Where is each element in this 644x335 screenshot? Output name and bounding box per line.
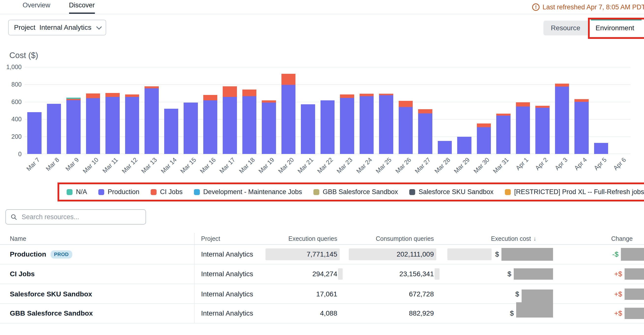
bar-segment-production[interactable]	[457, 137, 472, 154]
bar-segment-ci-jobs[interactable]	[144, 86, 159, 88]
chart-legend: N/AProductionCI JobsDevelopment - Mainte…	[59, 184, 644, 200]
bar-segment-ci-jobs[interactable]	[282, 74, 296, 85]
bar-segment-ci-jobs[interactable]	[223, 86, 237, 97]
bar-segment-production[interactable]	[144, 88, 159, 154]
table-row-salesforce-sku-sandbox[interactable]: Salesforce SKU SandboxInternal Analytics…	[0, 284, 644, 304]
legend-item-development-maintenance-jobs[interactable]: Development - Maintenance Jobs	[194, 188, 302, 196]
legend-item-production[interactable]: Production	[98, 188, 139, 196]
value-bar	[338, 268, 343, 280]
bar-slot-mar-23	[337, 67, 357, 154]
bar-segment-production[interactable]	[301, 104, 315, 154]
table-row-ci-jobs[interactable]: CI JobsInternal Analytics294,27423,156,3…	[0, 264, 644, 284]
legend-label: CI Jobs	[160, 188, 183, 196]
bar-segment-production[interactable]	[477, 127, 491, 154]
bar-segment-production[interactable]	[594, 143, 608, 154]
bar-segment-production[interactable]	[282, 85, 296, 154]
tab-discover[interactable]: Discover	[69, 2, 95, 14]
bar-segment-production[interactable]	[242, 96, 256, 154]
column-header-name[interactable]: Name	[0, 235, 194, 242]
bar-segment-production[interactable]	[86, 98, 100, 154]
bar-segment-production[interactable]	[27, 112, 42, 154]
bar-segment-production[interactable]	[340, 98, 354, 154]
bar-segment-ci-jobs[interactable]	[360, 94, 374, 96]
bar-segment-production[interactable]	[223, 97, 237, 154]
bar-segment-production[interactable]	[262, 103, 276, 154]
prod-badge: PROD	[51, 250, 72, 258]
bar-segment-ci-jobs[interactable]	[106, 93, 120, 97]
redacted-value	[514, 268, 553, 280]
execution-queries-value: 17,061	[316, 290, 337, 298]
legend-item-salesforce-sku-sandbox[interactable]: Salesforce SKU Sandbox	[409, 188, 494, 196]
search-box[interactable]	[6, 209, 146, 225]
bar-segment-production[interactable]	[164, 109, 178, 154]
bar-segment-ci-jobs[interactable]	[496, 114, 510, 116]
bar-segment-ci-jobs[interactable]	[399, 101, 413, 107]
bar-segment-production[interactable]	[360, 96, 374, 154]
bar-segment-ci-jobs[interactable]	[340, 95, 354, 98]
bar-segment-production[interactable]	[106, 97, 120, 154]
bar-segment-production[interactable]	[574, 102, 589, 154]
bar-segment-ci-jobs[interactable]	[555, 84, 569, 86]
bar-segment-ci-jobs[interactable]	[477, 124, 491, 127]
legend-item-gbb-salesforce-sandbox[interactable]: GBB Salesforce Sandbox	[314, 188, 398, 196]
bar-segment-production[interactable]	[184, 103, 198, 154]
environment-button[interactable]: Environment	[588, 21, 642, 36]
annotation-box-legend: N/AProductionCI JobsDevelopment - Mainte…	[58, 182, 644, 201]
bar-segment-production[interactable]	[203, 100, 218, 154]
bar-segment-ci-jobs[interactable]	[574, 99, 589, 102]
x-axis-label: Mar 20	[277, 156, 296, 175]
x-label-slot: Mar 21	[298, 154, 318, 179]
bar-segment-production[interactable]	[320, 100, 335, 154]
legend-item-n-a[interactable]: N/A	[66, 188, 87, 196]
bar-segment-ci-jobs[interactable]	[242, 90, 256, 96]
bar-segment-production[interactable]	[379, 95, 393, 154]
bar-segment-production[interactable]	[438, 141, 452, 154]
bar-segment-production[interactable]	[496, 116, 510, 154]
bar-segment-production[interactable]	[399, 107, 413, 154]
resource-name-cell: ProductionPROD	[0, 250, 194, 258]
column-header-execution-cost[interactable]: Execution cost ↓	[447, 235, 556, 242]
bar-segment-production[interactable]	[47, 104, 61, 154]
legend-swatch	[505, 189, 511, 195]
legend-item-restricted-prod-xl-full-refresh-jobs[interactable]: [RESTRICTED] Prod XL -- Full-Refresh job…	[505, 188, 644, 196]
column-header-execution-queries[interactable]: Execution queries	[270, 235, 346, 242]
x-label-slot: Mar 30	[474, 154, 494, 179]
column-header-project[interactable]: Project	[194, 233, 270, 244]
legend-item-ci-jobs[interactable]: CI Jobs	[151, 188, 183, 196]
resource-button[interactable]: Resource	[544, 21, 588, 36]
tab-overview[interactable]: Overview	[22, 2, 50, 14]
table-row-production[interactable]: ProductionPRODInternal Analytics7,771,14…	[0, 245, 644, 264]
bar-segment-ci-jobs[interactable]	[86, 94, 100, 98]
bar-segment-production[interactable]	[125, 97, 139, 154]
x-label-slot: Mar 18	[240, 154, 259, 179]
bar-segment-ci-jobs[interactable]	[418, 109, 432, 113]
bar-segment-ci-jobs[interactable]	[203, 95, 218, 100]
column-header-consumption-queries[interactable]: Consumption queries	[346, 235, 447, 242]
table-row-gbb-salesforce-sandbox[interactable]: GBB Salesforce SandboxInternal Analytics…	[0, 304, 644, 323]
bar-segment-ci-jobs[interactable]	[535, 106, 550, 108]
bar-segment-production[interactable]	[516, 107, 530, 154]
column-header-change[interactable]: Change	[556, 235, 644, 242]
x-axis-label: Mar 18	[238, 156, 256, 175]
bar-segment-ci-jobs[interactable]	[516, 102, 530, 107]
execution-cost-cell: $	[447, 245, 556, 264]
bar-segment-ci-jobs[interactable]	[125, 95, 139, 97]
bar-segment-production[interactable]	[418, 113, 432, 154]
controls-row: Project Internal Analytics Resource Envi…	[0, 14, 644, 38]
project-dropdown[interactable]: Project Internal Analytics	[8, 20, 106, 36]
search-input[interactable]	[21, 213, 141, 221]
bar-segment-production[interactable]	[535, 108, 550, 154]
x-axis-label: Apr 4	[573, 156, 588, 172]
legend-label: N/A	[76, 188, 87, 196]
consumption-queries-value: 882,929	[409, 309, 434, 317]
x-label-slot: Mar 14	[162, 154, 181, 179]
resource-name: Production	[10, 250, 46, 258]
bar-slot-mar-17	[220, 67, 240, 154]
legend-label: GBB Salesforce Sandbox	[323, 188, 398, 196]
bar-segment-production[interactable]	[66, 100, 80, 154]
change-cell: +$	[556, 284, 644, 304]
bar-segment-production[interactable]	[555, 87, 569, 154]
sort-desc-icon[interactable]: ↓	[534, 235, 536, 242]
x-axis-label: Apr 2	[534, 156, 549, 172]
bar-segment-ci-jobs[interactable]	[262, 100, 276, 103]
